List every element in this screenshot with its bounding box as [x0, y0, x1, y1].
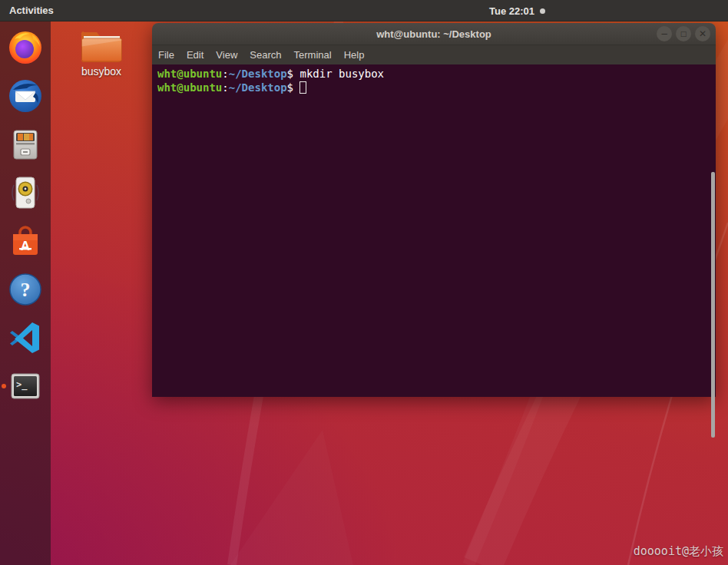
- svg-text:>_: >_: [16, 379, 28, 391]
- ubuntu-desktop: Activities Tue 22:01: [0, 0, 728, 565]
- dock-item-files[interactable]: [7, 126, 44, 163]
- clock-label: Tue 22:01: [489, 5, 534, 17]
- terminal-content[interactable]: wht@ubuntu:~/Desktop$ mkdir busybox wht@…: [152, 64, 716, 397]
- notification-dot-icon: [540, 8, 545, 14]
- svg-text:?: ?: [21, 279, 31, 301]
- dock-item-vscode[interactable]: [7, 319, 44, 356]
- menu-help[interactable]: Help: [338, 45, 371, 64]
- prompt-dollar: $: [287, 81, 293, 94]
- dock-item-thunderbird[interactable]: [7, 78, 44, 114]
- prompt-user: wht@ubuntu: [157, 68, 222, 80]
- close-button[interactable]: ✕: [695, 26, 710, 41]
- terminal-cursor: [299, 81, 306, 94]
- terminal-line: wht@ubuntu:~/Desktop$: [157, 81, 706, 94]
- firefox-icon: [7, 29, 44, 66]
- menu-view[interactable]: View: [210, 45, 243, 64]
- prompt-separator: :: [222, 68, 228, 80]
- rhythmbox-icon: [7, 174, 44, 211]
- terminal-line: wht@ubuntu:~/Desktop$ mkdir busybox: [157, 67, 706, 81]
- prompt-path: ~/Desktop: [229, 81, 287, 94]
- dock: A ?: [0, 21, 51, 565]
- terminal-window: wht@ubuntu: ~/Desktop − □ ✕ File Edit Vi…: [152, 23, 716, 397]
- dock-item-rhythmbox[interactable]: [7, 174, 44, 211]
- running-indicator-dot: [2, 384, 6, 388]
- vscode-icon: [7, 319, 44, 356]
- menu-edit[interactable]: Edit: [180, 45, 210, 64]
- help-icon: ?: [7, 271, 44, 308]
- thunderbird-icon: [7, 78, 44, 114]
- prompt-dollar: $: [287, 68, 293, 80]
- window-controls: − □ ✕: [657, 26, 710, 41]
- dock-item-help[interactable]: ?: [7, 271, 44, 308]
- clock-button[interactable]: Tue 22:01: [489, 0, 545, 21]
- terminal-scrollbar[interactable]: [711, 172, 715, 438]
- svg-text:A: A: [21, 239, 30, 253]
- terminal-icon: >_: [7, 368, 44, 405]
- menu-file[interactable]: File: [152, 45, 180, 64]
- watermark-text: dooooit@老小孩: [634, 544, 723, 559]
- prompt-separator: :: [222, 81, 228, 94]
- activities-button[interactable]: Activities: [0, 0, 63, 21]
- menu-terminal[interactable]: Terminal: [288, 45, 338, 64]
- prompt-path: ~/Desktop: [229, 68, 287, 80]
- dock-item-firefox[interactable]: [7, 29, 44, 66]
- window-title: wht@ubuntu: ~/Desktop: [152, 28, 716, 40]
- terminal-menubar: File Edit View Search Terminal Help: [152, 45, 716, 64]
- top-bar: Activities Tue 22:01: [0, 0, 728, 21]
- folder-label: busybox: [72, 65, 131, 78]
- minimize-button[interactable]: −: [657, 26, 672, 41]
- prompt-user: wht@ubuntu: [157, 81, 222, 94]
- dock-item-ubuntu-software[interactable]: A: [7, 223, 44, 259]
- files-icon: [7, 126, 44, 163]
- command-text: mkdir busybox: [293, 68, 384, 80]
- dock-item-terminal[interactable]: >_: [7, 368, 44, 405]
- maximize-button[interactable]: □: [676, 26, 691, 41]
- folder-icon: [81, 29, 122, 63]
- desktop-folder-busybox[interactable]: busybox: [72, 29, 131, 78]
- terminal-titlebar[interactable]: wht@ubuntu: ~/Desktop − □ ✕: [152, 23, 716, 45]
- ubuntu-software-icon: A: [7, 223, 44, 259]
- menu-search[interactable]: Search: [243, 45, 287, 64]
